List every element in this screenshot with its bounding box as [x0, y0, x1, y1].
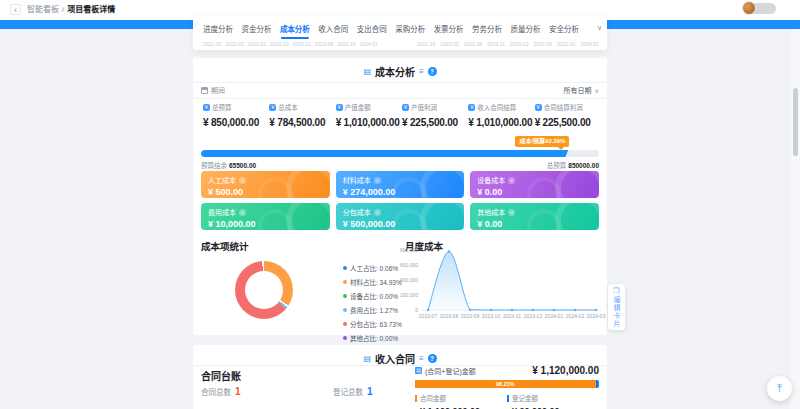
amount-row: ▤ (合同+登记)金额 ¥ 1,120,000.00 — [415, 365, 599, 376]
tile-label: 其他成本 — [477, 207, 505, 217]
kpi-value: ¥ 225,500.00 — [402, 117, 458, 128]
tile-material-cost[interactable]: 材料成本›¥ 274,000.00 — [336, 171, 465, 198]
kpi-label: 总预算 — [212, 102, 232, 112]
data-point — [595, 309, 597, 311]
y-axis-tick: 800,000 — [398, 247, 418, 253]
help-icon[interactable]: ? — [428, 354, 437, 363]
date-filter-dropdown[interactable]: 所有日期 ∨ — [564, 85, 599, 95]
data-point — [469, 309, 471, 311]
data-point — [511, 309, 513, 311]
kpi-icon: ¥ — [468, 104, 475, 111]
amount-block: ▤ (合同+登记)金额 ¥ 1,120,000.00 98.21% 合同金额¥ … — [415, 365, 599, 409]
budget-progress: 成本/预算92.29% 预算结余65500.00 总预算850000.00 — [201, 136, 599, 170]
avatar[interactable] — [742, 1, 756, 15]
data-point — [427, 309, 429, 311]
mini-date: 2021-10 — [203, 41, 221, 47]
edit-card-label: 编辑卡片 — [612, 296, 621, 328]
amount-label: (合同+登记)金额 — [425, 366, 476, 376]
scrollbar-thumb[interactable] — [793, 88, 798, 156]
period-row: 期间 所有日期 ∨ — [201, 85, 599, 97]
income-section-header: ▤ 收入合同 ≡ ? — [193, 351, 607, 366]
date-filter-value: 所有日期 — [564, 85, 592, 95]
tab-funds[interactable]: 资金分析 — [241, 20, 271, 39]
kpi-value: ¥ 784,500.00 — [269, 117, 325, 128]
tab-procurement[interactable]: 采购分析 — [395, 20, 425, 39]
tile-equipment-cost[interactable]: 设备成本›¥ 0.00 — [470, 171, 599, 198]
divider — [193, 98, 607, 99]
kpi-item: ¥产值金额¥ 1,010,000.00 — [334, 102, 400, 128]
budget-remaining: 预算结余65500.00 — [201, 160, 256, 170]
y-axis-tick: 600,000 — [398, 262, 418, 268]
monthly-cost-chart: 800,000600,000400,000200,00002023-072023… — [398, 244, 598, 336]
period-label: 期间 — [211, 85, 225, 95]
mini-date: 2020-12 — [510, 41, 528, 47]
back-to-top-icon: ⤒ — [777, 382, 782, 394]
legend-dot — [343, 322, 347, 326]
donut-legend: 人工占比: 0.06%材料占比: 34.93%设备占比: 0.00%费用占比: … — [343, 263, 402, 343]
legend-text: 人工占比: 0.06% — [350, 263, 398, 273]
tile-other-cost[interactable]: 其他成本›¥ 0.00 — [470, 203, 599, 230]
kpi-value: ¥ 1,010,000.00 — [468, 117, 532, 128]
breadcrumb: 智能看板 / 项目看板详情 — [27, 4, 115, 15]
donut-chart-title: 成本项统计 — [201, 239, 249, 253]
analysis-tabs-card: 进度分析资金分析成本分析收入合同支出合同采购分析发票分析劳务分析质量分析安全分析… — [193, 16, 607, 50]
mini-date: 2024-01 — [360, 41, 378, 47]
legend-item: 费用占比: 1.27% — [343, 305, 402, 315]
tab-income-contract[interactable]: 收入合同 — [318, 20, 348, 39]
drag-icon[interactable]: ≡ — [419, 68, 424, 76]
kpi-label: 产值利润 — [411, 102, 437, 112]
panel-icon: ▤ — [363, 68, 371, 76]
tile-expense-cost[interactable]: 费用成本›¥ 10,000.00 — [201, 203, 330, 230]
tab-labor[interactable]: 劳务分析 — [472, 20, 502, 39]
x-axis-tick: 2024-02 — [566, 313, 584, 319]
panel-icon: ▤ — [363, 355, 371, 363]
legend-dot — [343, 280, 347, 284]
income-contract-card: ▤ 收入合同 ≡ ? 合同台账 合同总数1 登记总数1 ▤ (合同+登记)金额 … — [193, 345, 607, 409]
tab-safety[interactable]: 安全分析 — [549, 20, 579, 39]
breadcrumb-parent[interactable]: 智能看板 — [27, 4, 59, 15]
tabs-overflow-chevron-icon[interactable]: ∨ — [597, 24, 602, 32]
mini-date: 2020-12 — [292, 41, 310, 47]
tile-labor-cost[interactable]: 人工成本›¥ 500.00 — [201, 171, 330, 198]
kpi-row: ¥总预算¥ 850,000.00¥总成本¥ 784,500.00¥产值金额¥ 1… — [201, 102, 599, 128]
data-point — [532, 309, 534, 311]
x-axis-tick: 2023-11 — [503, 313, 521, 319]
mini-dates-left: 2021-102022-022022-012022-102020-122023-… — [203, 41, 378, 47]
tab-cost[interactable]: 成本分析 — [280, 20, 310, 39]
drag-icon[interactable]: ≡ — [419, 355, 424, 363]
tile-value: ¥ 0.00 — [477, 219, 592, 229]
period-label-group: 期间 — [201, 85, 225, 95]
data-point — [574, 309, 576, 311]
amount-breakdown-item: 合同金额¥ 1,100,000.00 — [415, 393, 507, 409]
kpi-icon: ¥ — [203, 104, 210, 111]
breakdown-label: 合同金额 — [420, 393, 446, 403]
amount-panel-icon: ▤ — [415, 367, 422, 374]
tab-invoice[interactable]: 发票分析 — [434, 20, 464, 39]
help-icon[interactable]: ? — [428, 67, 437, 76]
tab-expense-contract[interactable]: 支出合同 — [357, 20, 387, 39]
tabs-row: 进度分析资金分析成本分析收入合同支出合同采购分析发票分析劳务分析质量分析安全分析 — [203, 20, 579, 39]
edit-card-floater[interactable]: ❐ 编辑卡片 — [608, 284, 625, 330]
arrow-right-icon: › — [239, 209, 246, 216]
tile-label: 费用成本 — [208, 207, 236, 217]
tile-subcontract-cost[interactable]: 分包成本›¥ 500,000.00 — [336, 203, 465, 230]
back-to-top-button[interactable]: ⤒ — [767, 376, 792, 401]
x-axis-tick: 2024-03 — [587, 313, 605, 319]
amount-bar: 98.21% — [415, 380, 599, 388]
back-chevron-icon: ‹ — [14, 5, 17, 15]
mini-date: 2021-10 — [417, 41, 435, 47]
tab-progress[interactable]: 进度分析 — [203, 20, 233, 39]
divider — [193, 82, 607, 83]
breakdown-label: 登记金额 — [512, 393, 538, 403]
mini-dates-right: 2021-102022-022022-082023-112020-122023-… — [417, 41, 599, 47]
budget-bar-track — [201, 150, 599, 157]
income-section-title: 收入合同 — [375, 351, 415, 366]
x-axis-tick: 2024-01 — [545, 313, 563, 319]
cost-donut-chart — [235, 261, 293, 319]
cost-budget-badge: 成本/预算92.29% — [515, 136, 569, 147]
budget-bar-labels: 预算结余65500.00 总预算850000.00 — [201, 160, 599, 170]
back-button[interactable]: ‹ — [10, 4, 21, 15]
tab-quality[interactable]: 质量分析 — [511, 20, 541, 39]
donut-hole — [245, 271, 283, 309]
stat-label: 登记总数 — [333, 386, 363, 397]
